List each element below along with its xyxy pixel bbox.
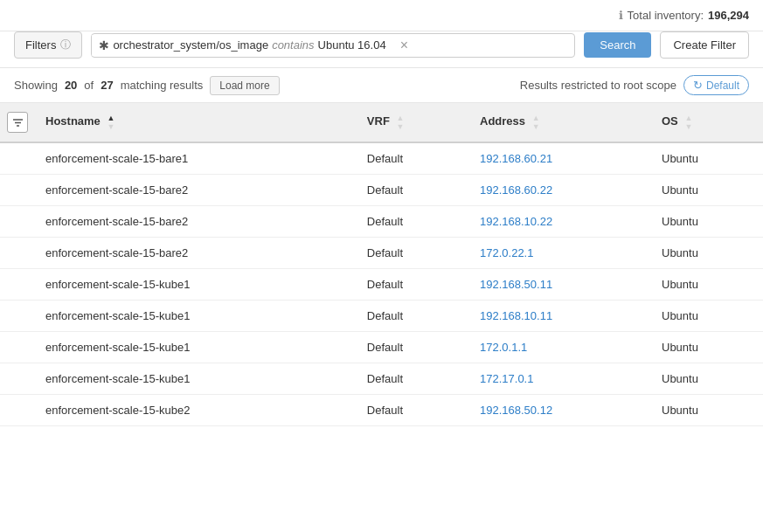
row-hostname: enforcement-scale-15-kube1: [35, 301, 357, 332]
vrf-header[interactable]: VRF ▲ ▼: [357, 103, 469, 142]
row-checkbox-cell: [0, 301, 35, 332]
total-inventory-label: Total inventory:: [628, 9, 704, 22]
address-link[interactable]: 172.17.0.1: [480, 372, 533, 385]
address-link[interactable]: 172.0.1.1: [480, 341, 527, 354]
row-address[interactable]: 192.168.50.12: [469, 395, 651, 426]
row-vrf: Default: [357, 332, 469, 363]
os-sort-icon: ▲ ▼: [684, 114, 692, 131]
results-left: Showing 20 of 27 matching results Load m…: [14, 76, 280, 95]
table-row: enforcement-scale-15-bare2Default172.0.2…: [0, 238, 763, 269]
row-vrf: Default: [357, 175, 469, 206]
table-row: enforcement-scale-15-kube2Default192.168…: [0, 395, 763, 426]
results-right: Results restricted to root scope ↻ Defau…: [520, 75, 749, 95]
search-clear-button[interactable]: ×: [393, 34, 415, 57]
search-row: Filters ⓘ ✱ orchestrator_system/os_image…: [0, 31, 763, 68]
tag-val: Ubuntu 16.04: [318, 38, 386, 52]
row-os: Ubuntu: [651, 142, 763, 175]
row-address[interactable]: 192.168.10.11: [469, 301, 651, 332]
row-hostname: enforcement-scale-15-bare1: [35, 142, 357, 175]
total-inventory-count: 196,294: [708, 9, 749, 22]
row-checkbox-cell: [0, 395, 35, 426]
filters-label: Filters: [25, 38, 56, 52]
table-row: enforcement-scale-15-kube1Default192.168…: [0, 269, 763, 301]
address-header[interactable]: Address ▲ ▼: [469, 103, 651, 142]
address-link[interactable]: 192.168.50.12: [480, 404, 552, 417]
address-link[interactable]: 192.168.10.11: [480, 309, 552, 322]
row-os: Ubuntu: [651, 175, 763, 206]
vrf-sort-icon: ▲ ▼: [396, 114, 404, 131]
info-icon: ℹ: [619, 9, 623, 22]
tag-op: contains: [272, 38, 314, 52]
vrf-label: VRF: [367, 114, 390, 128]
total-inventory: ℹ Total inventory: 196,294: [619, 9, 749, 22]
row-vrf: Default: [357, 269, 469, 301]
row-hostname: enforcement-scale-15-kube1: [35, 269, 357, 301]
row-address[interactable]: 172.17.0.1: [469, 363, 651, 395]
row-checkbox-cell: [0, 269, 35, 301]
inventory-table: Hostname ▲ ▼ VRF ▲ ▼ Address: [0, 103, 763, 426]
row-os: Ubuntu: [651, 206, 763, 238]
table-row: enforcement-scale-15-kube1Default192.168…: [0, 301, 763, 332]
row-checkbox-cell: [0, 363, 35, 395]
row-os: Ubuntu: [651, 363, 763, 395]
row-vrf: Default: [357, 395, 469, 426]
row-hostname: enforcement-scale-15-bare2: [35, 206, 357, 238]
filters-button[interactable]: Filters ⓘ: [14, 31, 82, 59]
row-hostname: enforcement-scale-15-kube1: [35, 363, 357, 395]
row-checkbox-cell: [0, 175, 35, 206]
row-os: Ubuntu: [651, 395, 763, 426]
row-address[interactable]: 172.0.1.1: [469, 332, 651, 363]
row-address[interactable]: 192.168.50.11: [469, 269, 651, 301]
row-checkbox-cell: [0, 142, 35, 175]
os-label: OS: [662, 114, 678, 128]
hostname-label: Hostname: [45, 114, 101, 128]
row-checkbox-cell: [0, 332, 35, 363]
row-os: Ubuntu: [651, 269, 763, 301]
os-header[interactable]: OS ▲ ▼: [651, 103, 763, 142]
row-vrf: Default: [357, 206, 469, 238]
hostname-header[interactable]: Hostname ▲ ▼: [35, 103, 357, 142]
address-label: Address: [480, 114, 525, 128]
row-address[interactable]: 192.168.60.22: [469, 175, 651, 206]
load-more-button[interactable]: Load more: [210, 76, 279, 95]
address-link[interactable]: 192.168.10.22: [480, 215, 552, 228]
total-count: 27: [101, 79, 113, 92]
search-tag: ✱ orchestrator_system/os_image contains …: [92, 35, 392, 56]
top-bar: ℹ Total inventory: 196,294: [0, 0, 763, 31]
search-bar: ✱ orchestrator_system/os_image contains …: [91, 33, 575, 58]
restricted-label: Results restricted to root scope: [520, 79, 676, 92]
default-badge[interactable]: ↻ Default: [683, 75, 749, 95]
table-row: enforcement-scale-15-bare2Default192.168…: [0, 206, 763, 238]
tag-key: orchestrator_system/os_image: [113, 38, 268, 52]
row-hostname: enforcement-scale-15-kube2: [35, 395, 357, 426]
address-link[interactable]: 172.0.22.1: [480, 246, 533, 259]
table-row: enforcement-scale-15-bare1Default192.168…: [0, 142, 763, 175]
showing-label: Showing: [14, 79, 58, 92]
table-container: Hostname ▲ ▼ VRF ▲ ▼ Address: [0, 102, 763, 426]
create-filter-button[interactable]: Create Filter: [660, 31, 749, 59]
row-address[interactable]: 192.168.10.22: [469, 206, 651, 238]
address-link[interactable]: 192.168.60.22: [480, 183, 552, 197]
row-address[interactable]: 192.168.60.21: [469, 142, 651, 175]
showing-count: 20: [65, 79, 77, 92]
row-address[interactable]: 172.0.22.1: [469, 238, 651, 269]
matching-label: matching results: [121, 79, 204, 92]
search-button[interactable]: Search: [584, 32, 651, 58]
address-link[interactable]: 192.168.50.11: [480, 278, 552, 291]
filters-info-icon: ⓘ: [60, 38, 71, 52]
table-filter-icon[interactable]: [7, 112, 28, 133]
tag-star: ✱: [99, 38, 109, 52]
row-checkbox-cell: [0, 238, 35, 269]
row-os: Ubuntu: [651, 332, 763, 363]
table-row: enforcement-scale-15-kube1Default172.17.…: [0, 363, 763, 395]
address-sort-icon: ▲ ▼: [532, 114, 540, 131]
row-vrf: Default: [357, 301, 469, 332]
table-row: enforcement-scale-15-kube1Default172.0.1…: [0, 332, 763, 363]
row-os: Ubuntu: [651, 238, 763, 269]
default-label: Default: [706, 79, 739, 92]
row-vrf: Default: [357, 142, 469, 175]
of-label: of: [84, 79, 94, 92]
row-vrf: Default: [357, 363, 469, 395]
row-hostname: enforcement-scale-15-kube1: [35, 332, 357, 363]
address-link[interactable]: 192.168.60.21: [480, 152, 552, 165]
